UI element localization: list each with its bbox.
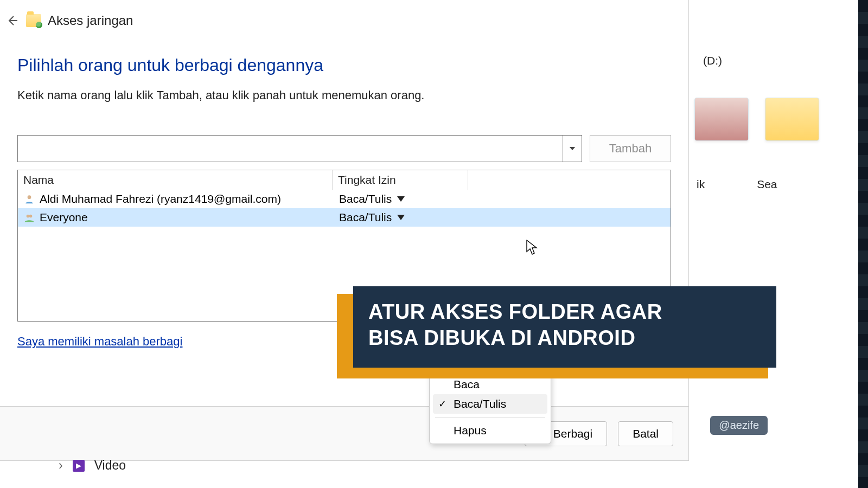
caret-down-icon <box>397 196 405 202</box>
add-button[interactable]: Tambah <box>590 135 671 162</box>
banner-line-1: ATUR AKSES FOLDER AGAR <box>368 299 761 325</box>
instruction-text: Ketik nama orang lalu klik Tambah, atau … <box>17 88 671 102</box>
name-input[interactable] <box>18 136 562 162</box>
share-button-label: Berbagi <box>553 427 592 440</box>
thumbnail-folder[interactable] <box>765 98 819 141</box>
check-icon: ✓ <box>437 398 447 410</box>
explorer-background: (D:) ik Sea <box>689 0 868 488</box>
row-permission-dropdown[interactable]: Baca/Tulis <box>339 192 405 206</box>
banner-text: ATUR AKSES FOLDER AGAR BISA DIBUKA DI AN… <box>353 286 776 368</box>
drive-label: (D:) <box>703 54 722 67</box>
chevron-right-icon: › <box>59 458 63 473</box>
help-link[interactable]: Saya memiliki masalah berbagi <box>17 335 182 349</box>
menu-divider <box>435 417 545 418</box>
row-permission-label: Baca/Tulis <box>339 192 392 206</box>
network-share-dialog: Akses jaringan Pilihlah orang untuk berb… <box>0 0 689 461</box>
video-folder-icon: ▶ <box>73 460 85 472</box>
dialog-footer: Berbagi Batal <box>0 406 688 460</box>
dialog-title: Akses jaringan <box>48 13 133 28</box>
user-icon <box>23 193 35 205</box>
row-permission-label: Baca/Tulis <box>339 211 392 224</box>
permission-option-readwrite[interactable]: ✓ Baca/Tulis <box>433 394 547 414</box>
caret-down-icon <box>397 215 405 220</box>
name-dropdown-toggle[interactable] <box>562 136 582 162</box>
svg-point-1 <box>27 215 30 218</box>
cursor-icon <box>526 240 538 256</box>
main-heading: Pilihlah orang untuk berbagi dengannya <box>17 55 671 75</box>
thumb-label-partial-2: Sea <box>757 178 777 191</box>
table-row[interactable]: Aldi Muhamad Fahrezi (ryanz1419@gmail.co… <box>18 190 671 208</box>
row-name: Everyone <box>40 211 339 224</box>
watermark-tag: @aezife <box>710 416 768 435</box>
menu-item-label: Baca/Tulis <box>454 397 506 410</box>
svg-point-2 <box>29 215 33 218</box>
arrow-left-icon <box>5 14 18 27</box>
tree-item-label: Video <box>94 458 126 473</box>
menu-item-label: Baca <box>454 378 480 391</box>
folder-share-icon <box>26 14 41 27</box>
group-icon <box>23 211 35 223</box>
row-name: Aldi Muhamad Fahrezi (ryanz1419@gmail.co… <box>40 192 339 206</box>
name-combobox[interactable] <box>17 135 582 162</box>
explorer-thumbnails <box>694 98 819 141</box>
row-permission-dropdown[interactable]: Baca/Tulis <box>339 211 405 224</box>
dialog-header: Akses jaringan <box>0 0 688 34</box>
cancel-button[interactable]: Batal <box>618 421 673 446</box>
permission-menu: Baca ✓ Baca/Tulis Hapus <box>429 371 551 444</box>
banner-line-2: BISA DIBUKA DI ANDROID <box>368 325 761 351</box>
table-row[interactable]: Everyone Baca/Tulis <box>18 208 671 227</box>
permission-option-remove[interactable]: Hapus <box>430 421 551 440</box>
watermark-strip <box>858 0 868 488</box>
column-name[interactable]: Nama <box>18 170 333 190</box>
overlay-banner: ATUR AKSES FOLDER AGAR BISA DIBUKA DI AN… <box>337 286 771 378</box>
nav-tree-item-video[interactable]: › ▶ Video <box>59 458 126 473</box>
back-button[interactable] <box>4 13 20 28</box>
menu-item-label: Hapus <box>454 424 487 437</box>
chevron-down-icon <box>567 144 577 153</box>
svg-point-0 <box>28 195 31 199</box>
column-permission[interactable]: Tingkat Izin <box>333 170 468 190</box>
thumb-label-partial-1: ik <box>697 178 705 191</box>
thumbnail-image[interactable] <box>694 98 749 141</box>
table-header: Nama Tingkat Izin <box>18 170 671 190</box>
